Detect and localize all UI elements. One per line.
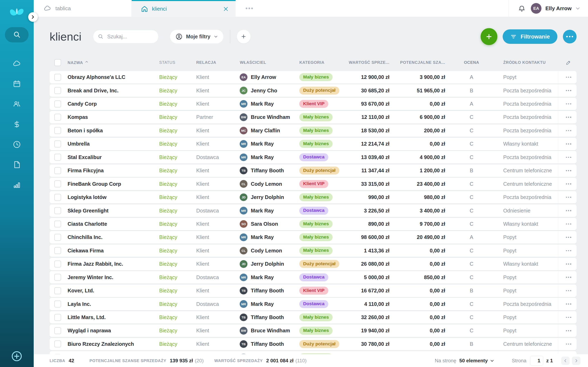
column-header-ocena[interactable]: OCENA bbox=[445, 60, 498, 65]
row-menu-button[interactable] bbox=[566, 224, 571, 225]
reports-icon[interactable] bbox=[12, 180, 21, 189]
client-name[interactable]: Layla Inc. bbox=[65, 301, 159, 307]
row-checkbox[interactable] bbox=[54, 261, 61, 267]
row-menu-button[interactable] bbox=[566, 290, 571, 291]
more-tabs-button[interactable]: ••• bbox=[245, 0, 254, 17]
row-checkbox[interactable] bbox=[54, 300, 61, 308]
row-checkbox[interactable] bbox=[54, 141, 61, 147]
filter-button[interactable]: Filtrowanie bbox=[503, 29, 557, 44]
column-header-wartosc[interactable]: WARTOŚĆ SPRZE... bbox=[347, 60, 389, 65]
row-checkbox[interactable] bbox=[54, 341, 61, 347]
row-menu-button[interactable] bbox=[566, 130, 571, 131]
table-row[interactable]: Logistyka lotów Bieżący Klient JD Jerry … bbox=[50, 191, 577, 204]
calendar-icon[interactable] bbox=[12, 79, 21, 89]
next-page-button[interactable] bbox=[572, 357, 580, 365]
client-name[interactable]: Umbrella bbox=[65, 141, 159, 147]
client-name[interactable]: Break and Drive, Inc. bbox=[65, 88, 159, 94]
client-name[interactable]: Kover, Ltd. bbox=[65, 288, 159, 294]
table-row[interactable]: Little Mars, Ltd. Bieżący Klient TB Tiff… bbox=[50, 311, 577, 324]
documents-icon[interactable] bbox=[12, 160, 21, 169]
row-menu-button[interactable] bbox=[566, 343, 571, 345]
client-name[interactable]: Ciekawa Firma bbox=[65, 248, 159, 254]
table-row[interactable]: Firma Fikcyjna Bieżący Klient TB Tiffany… bbox=[50, 164, 577, 177]
table-row[interactable]: Ciasta Charlotte Bieżący Klient SO Sara … bbox=[50, 218, 577, 230]
tab-klienci[interactable]: klienci bbox=[132, 0, 236, 17]
per-page-select[interactable]: 50 elementy bbox=[459, 358, 488, 364]
table-row[interactable]: Mały biznes bbox=[50, 351, 577, 354]
row-menu-button[interactable] bbox=[566, 157, 571, 158]
row-checkbox[interactable] bbox=[54, 207, 61, 214]
row-checkbox[interactable] bbox=[54, 287, 61, 294]
row-checkbox[interactable] bbox=[54, 100, 61, 108]
select-all-checkbox[interactable] bbox=[54, 59, 61, 66]
notifications-bell-icon[interactable] bbox=[518, 4, 526, 12]
table-row[interactable]: Wygląd i naprawa Bieżący Klient BW Bruce… bbox=[50, 324, 577, 337]
table-row[interactable]: Umbrella Bieżący Klient MR Mark Ray Mały… bbox=[50, 138, 577, 150]
column-header-wlasciciel[interactable]: WŁAŚCICIEL bbox=[239, 60, 299, 65]
row-menu-button[interactable] bbox=[566, 143, 571, 145]
table-row[interactable]: Kover, Ltd. Bieżący Klient TB Tiffany Bo… bbox=[50, 284, 577, 297]
search-field[interactable] bbox=[93, 30, 159, 43]
row-menu-button[interactable] bbox=[566, 90, 571, 91]
row-checkbox[interactable] bbox=[54, 180, 61, 187]
user-menu[interactable]: EA Elly Arrow bbox=[531, 3, 580, 14]
client-name[interactable]: Wygląd i naprawa bbox=[65, 328, 159, 334]
client-name[interactable]: Stal Excalibur bbox=[65, 154, 159, 160]
column-header-nazwa[interactable]: NAZWA bbox=[65, 60, 159, 65]
row-menu-button[interactable] bbox=[566, 303, 571, 305]
row-checkbox[interactable] bbox=[54, 127, 61, 134]
add-view-button[interactable] bbox=[237, 30, 251, 43]
row-checkbox[interactable] bbox=[54, 274, 61, 281]
client-name[interactable]: Firma Jazz Rabbit, Inc. bbox=[65, 261, 159, 267]
row-checkbox[interactable] bbox=[54, 314, 61, 321]
row-checkbox[interactable] bbox=[54, 114, 61, 121]
search-input[interactable] bbox=[107, 33, 154, 40]
table-row[interactable]: Chinchilla Inc. Bieżący Klient MR Mark R… bbox=[50, 231, 577, 244]
row-checkbox[interactable] bbox=[54, 74, 61, 81]
sidebar-add-button[interactable] bbox=[11, 350, 22, 362]
table-row[interactable]: Kompas Bieżący Partner BW Bruce Windham … bbox=[50, 111, 577, 124]
table-row[interactable]: Jeremy Winter Inc. Bieżący Dostawca MR M… bbox=[50, 271, 577, 284]
row-menu-button[interactable] bbox=[566, 117, 571, 118]
client-name[interactable]: Jeremy Winter Inc. bbox=[65, 275, 159, 280]
client-name[interactable]: Firma Fikcyjna bbox=[65, 167, 159, 174]
row-menu-button[interactable] bbox=[566, 103, 571, 105]
client-name[interactable]: Ciasta Charlotte bbox=[65, 221, 159, 227]
my-filters-button[interactable]: Moje filtry bbox=[170, 30, 223, 43]
app-logo[interactable] bbox=[0, 0, 34, 23]
client-name[interactable]: Little Mars, Ltd. bbox=[65, 314, 159, 320]
row-checkbox[interactable] bbox=[54, 194, 61, 201]
table-row[interactable]: FineBank Group Corp Bieżący Klient CL Co… bbox=[50, 178, 577, 190]
contacts-icon[interactable] bbox=[12, 100, 21, 109]
column-header-status[interactable]: STATUS bbox=[159, 60, 196, 65]
add-client-button[interactable] bbox=[481, 28, 497, 45]
client-name[interactable]: Chinchilla Inc. bbox=[65, 234, 159, 240]
row-checkbox[interactable] bbox=[54, 167, 61, 174]
table-row[interactable]: Obrazy Alphonse'a LLC Bieżący Klient EA … bbox=[50, 71, 577, 83]
row-checkbox[interactable] bbox=[54, 221, 61, 227]
client-name[interactable]: Beton i spółka bbox=[65, 128, 159, 133]
edit-columns-icon[interactable] bbox=[566, 60, 571, 66]
client-name[interactable]: FineBank Group Corp bbox=[65, 181, 159, 187]
table-row[interactable]: Beton i spółka Bieżący Klient MC Mary Cl… bbox=[50, 124, 577, 137]
column-header-relacja[interactable]: RELACJA bbox=[196, 60, 239, 65]
row-menu-button[interactable] bbox=[566, 250, 571, 251]
table-row[interactable]: Candy Corp Bieżący Klient MR Mark Ray Kl… bbox=[50, 98, 577, 110]
client-name[interactable]: Kompas bbox=[65, 114, 159, 120]
row-menu-button[interactable] bbox=[566, 237, 571, 238]
row-menu-button[interactable] bbox=[566, 183, 571, 184]
row-menu-button[interactable] bbox=[566, 330, 571, 331]
row-menu-button[interactable] bbox=[566, 77, 571, 78]
more-actions-button[interactable] bbox=[563, 30, 577, 43]
cloud-icon[interactable] bbox=[12, 59, 21, 68]
table-row[interactable]: Stal Excalibur Bieżący Dostawca MR Mark … bbox=[50, 151, 577, 164]
sidebar-search-button[interactable] bbox=[5, 27, 29, 42]
row-checkbox[interactable] bbox=[54, 154, 61, 161]
tab-close-icon[interactable] bbox=[223, 6, 229, 12]
table-row[interactable]: Layla Inc. Bieżący Dostawca MR Mark Ray … bbox=[50, 298, 577, 310]
tab-tablica[interactable]: tablica bbox=[34, 0, 132, 17]
row-checkbox[interactable] bbox=[54, 234, 61, 241]
row-checkbox[interactable] bbox=[54, 327, 61, 334]
table-row[interactable]: Ciekawa Firma Bieżący Klient CL Cody Lem… bbox=[50, 244, 577, 257]
client-name[interactable]: Obrazy Alphonse'a LLC bbox=[65, 74, 159, 80]
